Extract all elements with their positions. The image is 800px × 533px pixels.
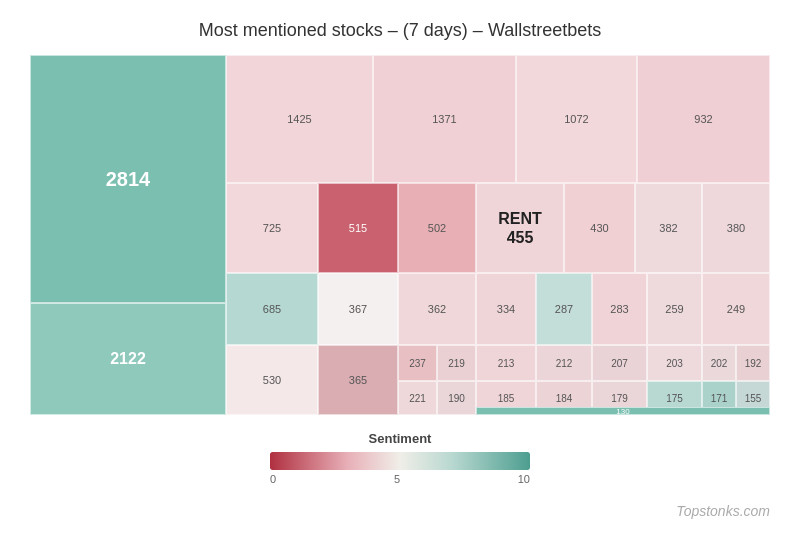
cell-rent-455: RENT 455 (476, 183, 564, 273)
cell-2122: 2122 (30, 303, 226, 415)
cell-502: 502 (398, 183, 476, 273)
cell-221: 221 (398, 381, 437, 415)
cell-212: 212 (536, 345, 592, 381)
cell-685: 685 (226, 273, 318, 345)
cell-334: 334 (476, 273, 536, 345)
cell-130: 130 (476, 407, 770, 415)
cell-249: 249 (702, 273, 770, 345)
chart-title: Most mentioned stocks – (7 days) – Walls… (199, 20, 602, 41)
treemap-wrapper: 2814 2122 1425 1371 1072 932 725 515 502 (30, 55, 770, 415)
cell-380: 380 (702, 183, 770, 273)
legend-labels: 0 5 10 (270, 473, 530, 485)
cell-2814: 2814 (30, 55, 226, 303)
footer-text: Topstonks.com (676, 503, 770, 519)
cell-725: 725 (226, 183, 318, 273)
cell-283: 283 (592, 273, 647, 345)
legend-container: Sentiment 0 5 10 (250, 431, 550, 485)
cell-1425: 1425 (226, 55, 373, 183)
cell-207: 207 (592, 345, 647, 381)
cell-237: 237 (398, 345, 437, 381)
cell-382: 382 (635, 183, 702, 273)
cell-202: 202 (702, 345, 736, 381)
cell-362: 362 (398, 273, 476, 345)
svg-rect-0 (270, 452, 530, 470)
cell-203: 203 (647, 345, 702, 381)
cell-1371: 1371 (373, 55, 516, 183)
cell-287: 287 (536, 273, 592, 345)
legend-min-label: 0 (270, 473, 276, 485)
chart-container: Most mentioned stocks – (7 days) – Walls… (0, 0, 800, 533)
legend-mid-label: 5 (394, 473, 400, 485)
cell-213: 213 (476, 345, 536, 381)
cell-192: 192 (736, 345, 770, 381)
cell-219: 219 (437, 345, 476, 381)
legend-max-label: 10 (518, 473, 530, 485)
cell-530: 530 (226, 345, 318, 415)
cell-932: 932 (637, 55, 770, 183)
legend-title: Sentiment (369, 431, 432, 446)
cell-515: 515 (318, 183, 398, 273)
cell-190: 190 (437, 381, 476, 415)
cell-1072: 1072 (516, 55, 637, 183)
sentiment-legend-bar (270, 452, 530, 470)
cell-367: 367 (318, 273, 398, 345)
cell-365: 365 (318, 345, 398, 415)
cell-259: 259 (647, 273, 702, 345)
cell-430: 430 (564, 183, 635, 273)
